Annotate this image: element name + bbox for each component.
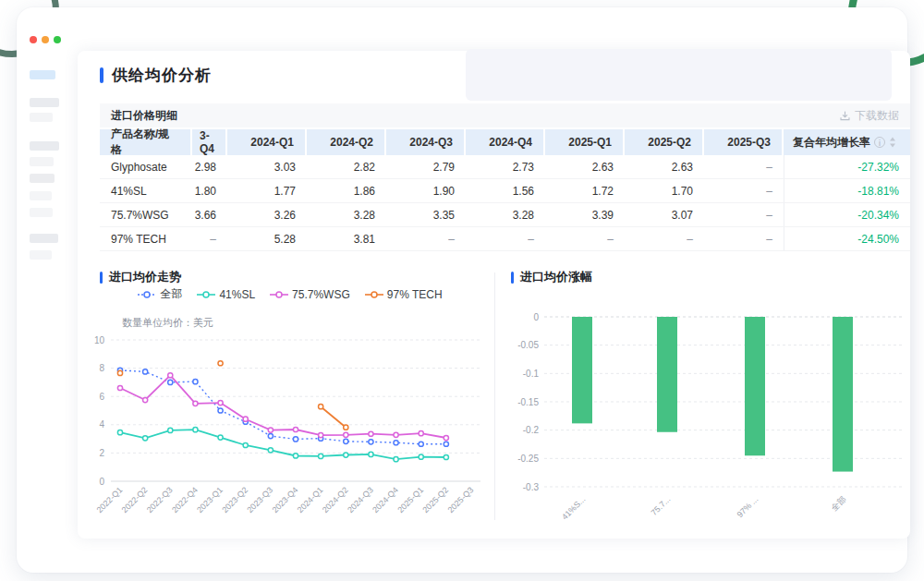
product-name-cell: 75.7%WSG	[100, 203, 192, 226]
x-axis-tick-label: 2024-Q1	[296, 485, 325, 514]
table-row: 41%SL1.801.771.861.901.561.721.70–-18.81…	[100, 179, 910, 203]
data-point	[419, 454, 423, 459]
price-cell: 2.82	[307, 155, 386, 178]
legend-item[interactable]: 41%SL	[197, 288, 255, 301]
line-chart-title-row: 进口均价走势	[100, 269, 181, 285]
y-axis-tick-label: 10	[94, 335, 105, 345]
data-point	[117, 385, 122, 390]
column-header-period: 2025-Q2	[625, 129, 704, 155]
column-header-label: 3-Q4	[200, 129, 214, 155]
y-axis-tick-label: 6	[99, 392, 104, 402]
data-point	[444, 442, 448, 446]
x-axis-tick-label: 2023-Q1	[195, 485, 225, 514]
legend-label: 全部	[160, 286, 182, 302]
bar-chart-title-row: 进口均价涨幅	[511, 269, 592, 285]
price-cell: –	[545, 227, 625, 250]
x-axis-tick-label: 全部	[830, 494, 848, 513]
price-cell: 1.86	[307, 179, 386, 202]
price-cell: 1.80	[192, 179, 227, 202]
table-row: 97% TECH–5.283.81–––––-24.50%	[100, 227, 910, 251]
data-point	[193, 401, 198, 405]
title-accent-bar	[100, 67, 103, 83]
data-point	[444, 454, 448, 459]
y-axis-tick-label: 2	[99, 448, 104, 458]
sort-icon[interactable]	[889, 137, 896, 148]
price-cell: 1.90	[386, 179, 466, 202]
column-header-label: 复合年均增长率	[793, 135, 870, 151]
download-data-button[interactable]: 下载数据	[839, 108, 899, 124]
price-cell: 1.72	[545, 179, 625, 202]
info-icon[interactable]: i	[874, 137, 885, 148]
data-point	[168, 380, 173, 384]
y-axis-tick-label: -0.15	[517, 397, 539, 407]
data-point	[293, 454, 298, 458]
y-axis-tick-label: 0	[533, 312, 539, 322]
price-cell: 3.66	[192, 203, 227, 226]
cagr-cell: -20.34%	[784, 203, 910, 226]
price-cell: 3.26	[227, 203, 307, 226]
sidebar-skeleton-item	[30, 191, 52, 200]
legend-label: 97% TECH	[387, 288, 443, 301]
y-axis-tick-label: -0.25	[517, 454, 539, 464]
y-axis-tick-label: -0.05	[517, 340, 539, 350]
x-axis-tick-label: 2023-Q4	[271, 485, 300, 514]
data-point	[369, 431, 373, 436]
data-point	[344, 425, 348, 430]
x-axis-tick-label: 2023-Q3	[245, 485, 274, 514]
column-header-label: 2025-Q3	[727, 136, 771, 149]
sidebar-skeleton-item	[30, 113, 53, 122]
price-cell: 3.28	[307, 203, 386, 226]
data-point	[369, 440, 373, 444]
data-point	[419, 442, 423, 446]
data-point	[293, 427, 298, 431]
download-icon	[839, 110, 851, 122]
chart-accent-bar	[100, 272, 103, 284]
price-cell: 5.28	[227, 227, 307, 250]
app-window: 供给均价分析 进口价格明细 下载数据 产品名称/规格3-Q42024-Q1202…	[17, 7, 907, 573]
data-point	[218, 361, 223, 366]
price-cell: 2.79	[386, 155, 466, 178]
data-point	[293, 437, 298, 442]
price-cell: 3.07	[625, 203, 704, 226]
x-axis-tick-label: 2022-Q2	[120, 485, 150, 514]
price-cell: –	[386, 227, 466, 250]
x-axis-tick-label: 2024-Q4	[371, 485, 400, 514]
data-point	[143, 397, 148, 402]
legend-item[interactable]: 97% TECH	[365, 288, 443, 301]
data-point	[268, 448, 273, 453]
sidebar-skeleton-item	[30, 250, 52, 260]
sidebar-skeleton-item	[30, 234, 58, 243]
sidebar-skeleton-item	[30, 174, 55, 183]
product-name-cell: Glyphosate	[100, 155, 192, 178]
sidebar-skeleton-item	[30, 208, 53, 217]
data-point	[168, 428, 173, 432]
data-point	[319, 433, 323, 438]
line-chart-title: 进口均价走势	[109, 269, 181, 285]
data-point	[319, 454, 323, 458]
charts-divider	[494, 272, 495, 520]
data-point	[268, 428, 273, 432]
price-cell: –	[625, 227, 704, 250]
legend-marker	[197, 290, 215, 299]
x-axis-tick-label: 2022-Q1	[95, 485, 125, 514]
import-price-table-section: 进口价格明细 下载数据 产品名称/规格3-Q42024-Q12024-Q2202…	[100, 103, 910, 251]
legend-item[interactable]: 75.7%WSG	[270, 288, 350, 301]
price-cell: 1.70	[625, 179, 704, 202]
data-point	[243, 417, 248, 421]
price-cell: –	[704, 227, 784, 250]
column-header-period: 2024-Q4	[466, 129, 545, 155]
legend-dot	[371, 292, 377, 297]
legend-item[interactable]: 全部	[138, 286, 182, 302]
price-cell: 1.56	[466, 179, 545, 202]
bar-chart-title: 进口均价涨幅	[520, 269, 592, 285]
bar	[572, 317, 592, 423]
data-point	[344, 453, 348, 457]
legend-dot	[144, 292, 150, 297]
column-header-cagr: 复合年均增长率i	[784, 129, 910, 155]
cagr-cell: -24.50%	[784, 227, 910, 250]
line-chart-legend: 全部41%SL75.7%WSG97% TECH	[87, 286, 493, 302]
column-header-period: 2025-Q1	[545, 129, 625, 155]
x-axis-tick-label: 2024-Q2	[321, 485, 350, 514]
data-point	[117, 430, 122, 435]
legend-marker	[365, 290, 383, 299]
